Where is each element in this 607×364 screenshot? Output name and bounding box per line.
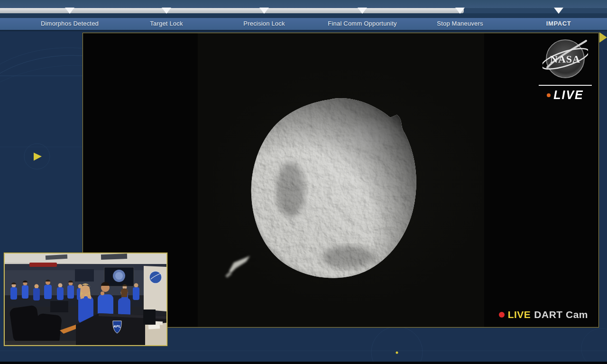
live-dot-icon	[547, 93, 551, 97]
svg-text:NASA: NASA	[550, 53, 580, 65]
record-dot-icon	[499, 312, 505, 318]
milestone-label-impact: IMPACT	[546, 20, 571, 27]
caption-live-label: LIVE	[508, 309, 531, 320]
camera-caption: LIVE DART Cam	[499, 309, 588, 320]
milestone-label: Stop Maneuvers	[437, 20, 483, 27]
mission-control-pip: APL	[4, 253, 167, 346]
milestone-label: Target Lock	[150, 20, 183, 27]
milestone-marker-icon	[358, 8, 367, 14]
milestone-label: Dimorphos Detected	[41, 20, 99, 27]
milestone-marker-icon	[65, 8, 74, 14]
timeline-track	[0, 8, 607, 13]
broadcast-stage: Dimorphos Detected Target Lock Precision…	[0, 0, 607, 364]
milestone-label: Final Comm Opportunity	[328, 20, 396, 27]
milestone-marker-icon	[554, 8, 563, 14]
milestone-marker-icon	[455, 8, 465, 14]
caption-camera-label: DART Cam	[534, 309, 588, 320]
milestone-label: Precision Lock	[243, 20, 285, 27]
timeline-underline	[0, 30, 607, 31]
milestone-marker-icon	[259, 8, 269, 14]
timeline-top-strip	[0, 0, 607, 8]
debris-rock	[225, 256, 250, 278]
yellow-dot-icon	[396, 352, 398, 354]
timeline-gap-strip	[0, 13, 607, 18]
yellow-arrow-icon	[34, 153, 42, 161]
milestone-marker-icon	[162, 8, 171, 14]
bottom-edge-bar	[0, 362, 607, 364]
svg-text:APL: APL	[113, 324, 121, 328]
nasa-live-badge: NASA LIVE	[538, 37, 593, 102]
badge-divider	[539, 85, 592, 86]
nasa-logo: NASA	[543, 37, 588, 81]
yellow-arrow-icon	[599, 32, 607, 43]
nasa-live-label: LIVE	[547, 88, 584, 102]
